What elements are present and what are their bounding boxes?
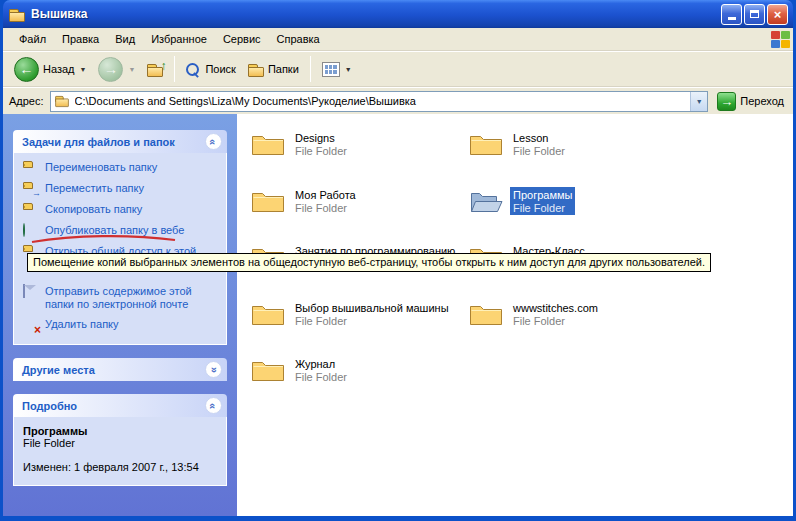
details-panel-title: Подробно [22,400,77,412]
window-title: Вышивка [31,7,719,21]
up-button[interactable]: ↑ [142,59,168,80]
content: Задачи для файлов и папок « Переименоват… [3,114,793,516]
explorer-window: Вышивка × Файл Правка Вид Избранное Серв… [0,0,796,521]
rename-folder-icon [23,161,39,175]
publish-web-icon [23,224,39,238]
menu-view[interactable]: Вид [107,29,143,49]
other-places-panel-header[interactable]: Другие места « [13,358,227,381]
file-item-designs[interactable]: DesignsFile Folder [251,130,469,158]
titlebar: Вышивка × [3,0,793,28]
minimize-button[interactable] [721,4,742,25]
details-name: Программы [23,425,222,437]
task-rename-folder[interactable]: Переименовать папку [23,161,222,175]
delete-icon: × [23,318,39,332]
go-icon: → [717,92,736,111]
details-panel-body: Программы File Folder Изменен: 1 февраля… [13,417,227,486]
address-combobox[interactable]: C:\Documents and Settings\Liza\My Docume… [50,91,709,112]
forward-dropdown-icon: ▼ [128,66,135,73]
maximize-icon [750,10,759,18]
folders-button[interactable]: Папки [243,59,304,80]
views-icon [322,62,340,77]
chevron-up-icon[interactable]: « [205,133,222,150]
toolbar-separator-2 [310,56,311,82]
task-move-folder[interactable]: → Переместить папку [23,182,222,196]
file-item-vybor-mashiny[interactable]: Выбор вышивальной машиныFile Folder [251,300,469,328]
back-icon: ← [14,57,39,82]
up-arrow-icon: ↑ [160,59,166,73]
screen: Вышивка × Файл Правка Вид Избранное Серв… [0,0,796,521]
views-button[interactable]: ▼ [317,59,357,80]
folder-icon [469,130,503,158]
close-icon: × [774,8,782,21]
back-label: Назад [43,63,75,75]
address-bar: Адрес: C:\Documents and Settings\Liza\My… [3,87,793,114]
tooltip: Помещение копий выбранных элементов на о… [27,253,711,272]
details-modified: Изменен: 1 февраля 2007 г., 13:54 [23,461,222,473]
toolbar-separator [174,56,175,82]
tasks-panel: Задачи для файлов и папок « Переименоват… [13,130,227,345]
other-places-panel: Другие места « [13,358,227,381]
forward-button[interactable]: → ▼ [93,54,140,85]
folders-label: Папки [268,63,299,75]
menu-edit[interactable]: Правка [54,29,107,49]
email-icon [23,285,39,299]
search-icon [186,63,199,76]
chevron-up-icon[interactable]: « [205,397,222,414]
address-label: Адрес: [9,95,44,107]
folder-icon [251,130,285,158]
search-label: Поиск [205,63,235,75]
tasks-panel-title: Задачи для файлов и папок [22,136,175,148]
menu-help[interactable]: Справка [269,29,328,49]
minimize-icon [728,17,736,20]
menu-tools[interactable]: Сервис [215,29,269,49]
task-copy-folder[interactable]: Скопировать папку [23,203,222,217]
windows-logo [769,29,791,49]
tasks-panel-header[interactable]: Задачи для файлов и папок « [13,130,227,153]
task-publish-folder-web[interactable]: Опубликовать папку в вебе [23,224,222,238]
address-value: C:\Documents and Settings\Liza\My Docume… [75,95,686,107]
file-item-lesson[interactable]: LessonFile Folder [469,130,687,158]
chevron-down-icon[interactable]: « [205,361,222,378]
up-folder-icon: ↑ [147,64,163,77]
details-type: File Folder [23,437,222,449]
other-places-title: Другие места [22,364,95,376]
sidebar: Задачи для файлов и папок « Переименоват… [3,114,237,516]
copy-folder-icon [23,203,39,217]
folders-icon [248,64,264,77]
menubar: Файл Правка Вид Избранное Сервис Справка [3,28,793,51]
folder-icon [251,300,285,328]
details-panel: Подробно « Программы File Folder Изменен… [13,394,227,486]
folder-icon [251,356,285,384]
move-folder-icon: → [23,182,39,196]
menu-favorites[interactable]: Избранное [143,29,215,49]
window-folder-icon [9,9,25,22]
maximize-button[interactable] [744,4,765,25]
task-delete-folder[interactable]: × Удалить папку [23,318,222,332]
go-label: Переход [740,95,784,107]
folder-icon [469,300,503,328]
tasks-panel-body: Переименовать папку → Переместить папку … [13,153,227,345]
file-item-moya-rabota[interactable]: Моя РаботаFile Folder [251,187,469,215]
tooltip-text: Помещение копий выбранных элементов на о… [33,256,705,268]
search-button[interactable]: Поиск [181,60,240,79]
details-panel-header[interactable]: Подробно « [13,394,227,417]
folder-icon [251,187,285,215]
file-list: DesignsFile Folder Моя РаботаFile Folder… [237,114,793,516]
task-email-folder[interactable]: Отправить содержимое этой папки по элект… [23,285,222,311]
back-button[interactable]: ← Назад ▼ [9,54,91,85]
file-item-zhurnal[interactable]: ЖурналFile Folder [251,356,469,384]
address-dropdown-icon[interactable]: ▼ [690,92,707,111]
address-folder-icon [55,95,69,106]
file-item-wwwstitches[interactable]: wwwstitches.comFile Folder [469,300,687,328]
views-dropdown-icon: ▼ [345,66,352,73]
go-button[interactable]: → Переход [714,91,787,112]
folder-open-selected-icon [469,187,503,215]
close-button[interactable]: × [767,4,788,25]
menu-file[interactable]: Файл [11,29,54,49]
file-item-programmy-selected[interactable]: ПрограммыFile Folder [469,187,687,215]
back-dropdown-icon: ▼ [80,66,87,73]
toolbar: ← Назад ▼ → ▼ ↑ Поиск Папки [3,51,793,87]
forward-icon: → [98,57,123,82]
